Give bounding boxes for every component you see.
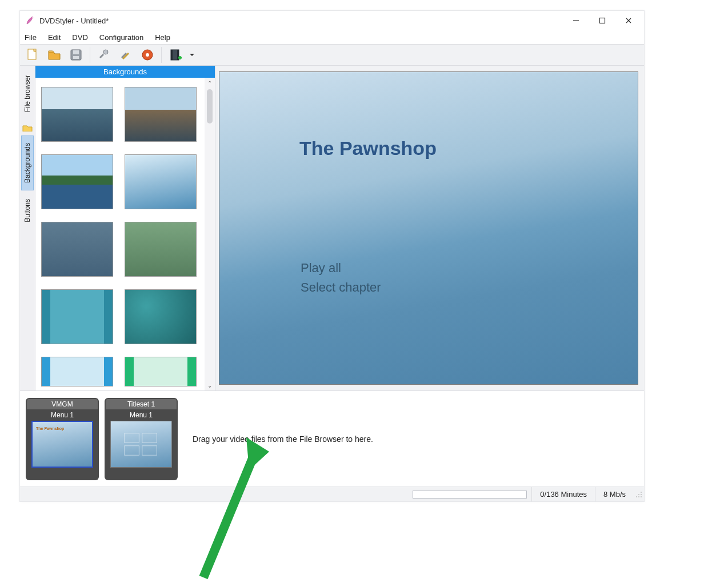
svg-rect-10	[171, 50, 173, 60]
timeline-item-group: VMGM	[27, 399, 98, 409]
work-area: File browser Backgrounds Buttons Backgro…	[20, 66, 644, 390]
menu-item-play-all[interactable]: Play all	[301, 261, 341, 276]
settings-button[interactable]	[115, 46, 136, 64]
status-minutes: 0/136 Minutes	[531, 487, 595, 501]
timeline-item-thumb[interactable]	[110, 421, 172, 468]
background-thumb[interactable]	[125, 87, 197, 142]
scroll-up-icon[interactable]: ⌃	[207, 78, 212, 88]
svg-point-19	[636, 496, 637, 497]
disc-usage-meter	[413, 491, 527, 499]
window-controls	[563, 13, 642, 29]
scroll-down-icon[interactable]: ⌄	[207, 380, 212, 390]
background-thumb[interactable]	[41, 87, 113, 142]
menu-bar: File Edit DVD Configuration Help	[20, 30, 644, 44]
title-bar: DVDStyler - Untitled*	[20, 11, 644, 30]
background-thumb[interactable]	[41, 289, 113, 344]
resize-grip-icon[interactable]	[635, 491, 643, 499]
minimize-button[interactable]	[563, 13, 589, 29]
svg-rect-1	[600, 18, 605, 23]
timeline[interactable]: VMGM Menu 1 The Pawnshop Titleset 1 Menu…	[20, 390, 644, 487]
add-video-dropdown[interactable]	[187, 46, 197, 64]
svg-rect-4	[73, 50, 79, 54]
svg-rect-14	[125, 445, 139, 455]
menu-preview[interactable]: The Pawnshop Play all Select chapter	[219, 71, 638, 385]
add-video-button[interactable]	[165, 46, 186, 64]
open-button[interactable]	[44, 46, 65, 64]
maximize-button[interactable]	[589, 13, 615, 29]
separator	[161, 47, 162, 63]
preview-area: The Pawnshop Play all Select chapter	[215, 66, 644, 390]
backgrounds-grid	[35, 78, 205, 390]
background-thumb[interactable]	[125, 357, 197, 386]
menu-item-select-chapter[interactable]: Select chapter	[301, 280, 381, 295]
status-bar: 0/136 Minutes 8 Mb/s	[20, 487, 644, 501]
svg-rect-5	[73, 56, 79, 59]
window-title: DVDStyler - Untitled*	[39, 17, 109, 25]
menu-dvd[interactable]: DVD	[66, 31, 93, 43]
svg-point-18	[641, 494, 642, 495]
close-button[interactable]	[615, 13, 642, 29]
active-folder-icon	[22, 123, 33, 131]
timeline-item-thumb[interactable]: The Pawnshop	[31, 421, 93, 468]
timeline-item-group: Titleset 1	[106, 399, 177, 409]
svg-rect-13	[142, 433, 157, 442]
timeline-thumb-title: The Pawnshop	[36, 426, 89, 430]
toolbar	[20, 44, 644, 66]
background-thumb[interactable]	[41, 154, 113, 209]
status-bitrate: 8 Mb/s	[595, 487, 634, 501]
tab-buttons[interactable]: Buttons	[21, 192, 34, 230]
svg-point-17	[638, 494, 639, 495]
menu-edit[interactable]: Edit	[42, 31, 66, 43]
sidebar-tabs: File browser Backgrounds Buttons	[20, 66, 35, 390]
burn-button[interactable]	[137, 46, 158, 64]
scrollbar[interactable]: ⌃ ⌄	[205, 78, 215, 390]
menu-config[interactable]: Configuration	[94, 31, 149, 43]
menu-file[interactable]: File	[23, 31, 42, 43]
timeline-drop-hint: Drag your video files from the File Brow…	[193, 434, 373, 444]
svg-point-20	[638, 496, 639, 497]
svg-point-16	[641, 492, 642, 493]
timeline-item-label: Menu 1	[51, 409, 74, 421]
options-button[interactable]	[94, 46, 114, 64]
app-window: DVDStyler - Untitled* File Edit DVD Conf…	[19, 10, 645, 502]
tab-file-browser[interactable]: File browser	[21, 67, 34, 119]
timeline-item[interactable]: VMGM Menu 1 The Pawnshop	[26, 398, 99, 480]
scrollbar-thumb[interactable]	[207, 89, 213, 123]
menu-help[interactable]: Help	[149, 31, 176, 43]
new-button[interactable]	[22, 46, 43, 64]
tab-backgrounds[interactable]: Backgrounds	[21, 135, 34, 190]
background-thumb[interactable]	[41, 357, 113, 386]
background-thumb[interactable]	[125, 222, 197, 277]
timeline-item-label: Menu 1	[130, 409, 153, 421]
separator	[90, 47, 90, 63]
svg-rect-15	[142, 445, 157, 455]
save-button[interactable]	[66, 46, 86, 64]
svg-point-8	[146, 53, 149, 57]
backgrounds-panel-header: Backgrounds	[35, 66, 215, 78]
svg-point-6	[103, 50, 108, 54]
background-thumb[interactable]	[41, 222, 113, 277]
svg-point-21	[641, 496, 642, 497]
timeline-item[interactable]: Titleset 1 Menu 1	[105, 398, 178, 480]
menu-title-text[interactable]: The Pawnshop	[299, 137, 437, 160]
svg-rect-12	[125, 433, 139, 442]
background-thumb[interactable]	[125, 154, 197, 209]
app-icon	[26, 16, 35, 25]
background-thumb[interactable]	[125, 289, 197, 344]
backgrounds-panel: Backgrounds ⌃	[35, 66, 215, 390]
svg-point-0	[32, 17, 34, 19]
